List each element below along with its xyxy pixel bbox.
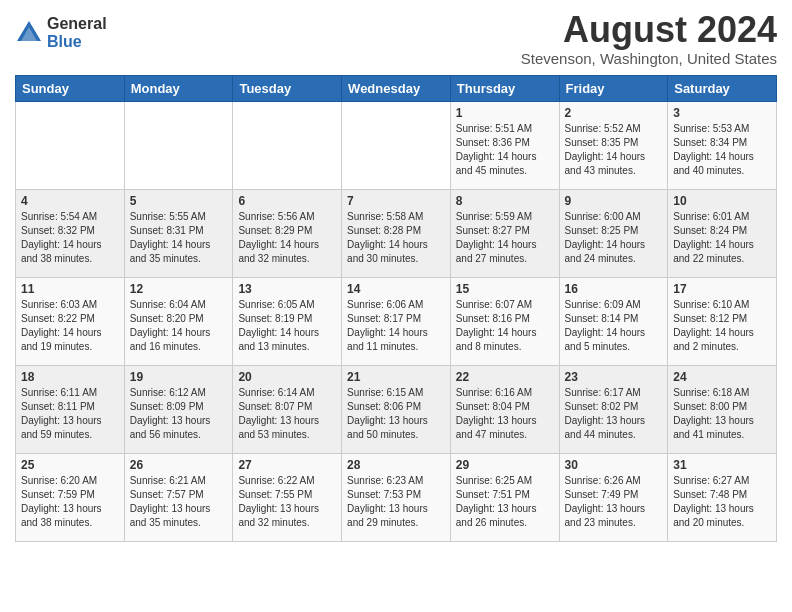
logo-text: General Blue [47,15,107,50]
calendar-cell: 5Sunrise: 5:55 AM Sunset: 8:31 PM Daylig… [124,189,233,277]
calendar-cell [233,101,342,189]
day-detail: Sunrise: 6:18 AM Sunset: 8:00 PM Dayligh… [673,386,771,442]
day-detail: Sunrise: 5:54 AM Sunset: 8:32 PM Dayligh… [21,210,119,266]
day-number: 21 [347,370,445,384]
day-detail: Sunrise: 6:05 AM Sunset: 8:19 PM Dayligh… [238,298,336,354]
calendar-cell: 11Sunrise: 6:03 AM Sunset: 8:22 PM Dayli… [16,277,125,365]
day-detail: Sunrise: 6:25 AM Sunset: 7:51 PM Dayligh… [456,474,554,530]
calendar-cell: 22Sunrise: 6:16 AM Sunset: 8:04 PM Dayli… [450,365,559,453]
day-detail: Sunrise: 6:00 AM Sunset: 8:25 PM Dayligh… [565,210,663,266]
weekday-header: Friday [559,75,668,101]
day-number: 7 [347,194,445,208]
weekday-header: Thursday [450,75,559,101]
calendar-cell [124,101,233,189]
calendar-cell: 3Sunrise: 5:53 AM Sunset: 8:34 PM Daylig… [668,101,777,189]
calendar-header-row: SundayMondayTuesdayWednesdayThursdayFrid… [16,75,777,101]
day-detail: Sunrise: 6:23 AM Sunset: 7:53 PM Dayligh… [347,474,445,530]
day-detail: Sunrise: 5:52 AM Sunset: 8:35 PM Dayligh… [565,122,663,178]
location-subtitle: Stevenson, Washington, United States [521,50,777,67]
day-number: 29 [456,458,554,472]
calendar-cell: 16Sunrise: 6:09 AM Sunset: 8:14 PM Dayli… [559,277,668,365]
day-detail: Sunrise: 6:27 AM Sunset: 7:48 PM Dayligh… [673,474,771,530]
calendar-cell: 14Sunrise: 6:06 AM Sunset: 8:17 PM Dayli… [342,277,451,365]
day-number: 9 [565,194,663,208]
calendar-week-row: 4Sunrise: 5:54 AM Sunset: 8:32 PM Daylig… [16,189,777,277]
day-detail: Sunrise: 6:14 AM Sunset: 8:07 PM Dayligh… [238,386,336,442]
day-number: 31 [673,458,771,472]
calendar-cell: 17Sunrise: 6:10 AM Sunset: 8:12 PM Dayli… [668,277,777,365]
day-number: 2 [565,106,663,120]
logo: General Blue [15,15,107,50]
calendar-cell: 4Sunrise: 5:54 AM Sunset: 8:32 PM Daylig… [16,189,125,277]
calendar-cell: 12Sunrise: 6:04 AM Sunset: 8:20 PM Dayli… [124,277,233,365]
day-number: 22 [456,370,554,384]
logo-general-text: General [47,15,107,33]
calendar-cell: 20Sunrise: 6:14 AM Sunset: 8:07 PM Dayli… [233,365,342,453]
day-number: 27 [238,458,336,472]
day-number: 13 [238,282,336,296]
day-number: 17 [673,282,771,296]
day-number: 19 [130,370,228,384]
day-detail: Sunrise: 6:15 AM Sunset: 8:06 PM Dayligh… [347,386,445,442]
calendar-cell: 23Sunrise: 6:17 AM Sunset: 8:02 PM Dayli… [559,365,668,453]
day-detail: Sunrise: 5:59 AM Sunset: 8:27 PM Dayligh… [456,210,554,266]
day-number: 14 [347,282,445,296]
day-detail: Sunrise: 6:26 AM Sunset: 7:49 PM Dayligh… [565,474,663,530]
calendar-cell: 24Sunrise: 6:18 AM Sunset: 8:00 PM Dayli… [668,365,777,453]
calendar-cell: 15Sunrise: 6:07 AM Sunset: 8:16 PM Dayli… [450,277,559,365]
calendar-week-row: 11Sunrise: 6:03 AM Sunset: 8:22 PM Dayli… [16,277,777,365]
day-number: 26 [130,458,228,472]
day-number: 30 [565,458,663,472]
calendar-cell: 27Sunrise: 6:22 AM Sunset: 7:55 PM Dayli… [233,453,342,541]
day-number: 12 [130,282,228,296]
day-detail: Sunrise: 5:55 AM Sunset: 8:31 PM Dayligh… [130,210,228,266]
calendar-week-row: 25Sunrise: 6:20 AM Sunset: 7:59 PM Dayli… [16,453,777,541]
day-detail: Sunrise: 6:17 AM Sunset: 8:02 PM Dayligh… [565,386,663,442]
weekday-header: Monday [124,75,233,101]
day-detail: Sunrise: 5:53 AM Sunset: 8:34 PM Dayligh… [673,122,771,178]
calendar-cell: 8Sunrise: 5:59 AM Sunset: 8:27 PM Daylig… [450,189,559,277]
calendar-cell: 19Sunrise: 6:12 AM Sunset: 8:09 PM Dayli… [124,365,233,453]
day-number: 11 [21,282,119,296]
day-detail: Sunrise: 6:01 AM Sunset: 8:24 PM Dayligh… [673,210,771,266]
day-number: 5 [130,194,228,208]
calendar-cell: 29Sunrise: 6:25 AM Sunset: 7:51 PM Dayli… [450,453,559,541]
day-number: 10 [673,194,771,208]
logo-icon [15,19,43,47]
day-detail: Sunrise: 5:56 AM Sunset: 8:29 PM Dayligh… [238,210,336,266]
calendar-cell: 13Sunrise: 6:05 AM Sunset: 8:19 PM Dayli… [233,277,342,365]
day-number: 20 [238,370,336,384]
day-detail: Sunrise: 6:07 AM Sunset: 8:16 PM Dayligh… [456,298,554,354]
day-number: 28 [347,458,445,472]
calendar-cell: 28Sunrise: 6:23 AM Sunset: 7:53 PM Dayli… [342,453,451,541]
calendar-table: SundayMondayTuesdayWednesdayThursdayFrid… [15,75,777,542]
weekday-header: Sunday [16,75,125,101]
day-number: 24 [673,370,771,384]
calendar-cell: 25Sunrise: 6:20 AM Sunset: 7:59 PM Dayli… [16,453,125,541]
day-detail: Sunrise: 6:04 AM Sunset: 8:20 PM Dayligh… [130,298,228,354]
day-number: 23 [565,370,663,384]
weekday-header: Wednesday [342,75,451,101]
calendar-cell [16,101,125,189]
day-number: 3 [673,106,771,120]
weekday-header: Saturday [668,75,777,101]
calendar-week-row: 18Sunrise: 6:11 AM Sunset: 8:11 PM Dayli… [16,365,777,453]
title-block: August 2024 Stevenson, Washington, Unite… [521,10,777,67]
day-detail: Sunrise: 5:51 AM Sunset: 8:36 PM Dayligh… [456,122,554,178]
day-detail: Sunrise: 6:12 AM Sunset: 8:09 PM Dayligh… [130,386,228,442]
calendar-cell: 6Sunrise: 5:56 AM Sunset: 8:29 PM Daylig… [233,189,342,277]
day-number: 25 [21,458,119,472]
page-header: General Blue August 2024 Stevenson, Wash… [15,10,777,67]
calendar-cell: 1Sunrise: 5:51 AM Sunset: 8:36 PM Daylig… [450,101,559,189]
calendar-cell: 18Sunrise: 6:11 AM Sunset: 8:11 PM Dayli… [16,365,125,453]
calendar-cell [342,101,451,189]
logo-blue-text: Blue [47,33,107,51]
day-detail: Sunrise: 6:09 AM Sunset: 8:14 PM Dayligh… [565,298,663,354]
day-number: 15 [456,282,554,296]
day-detail: Sunrise: 6:16 AM Sunset: 8:04 PM Dayligh… [456,386,554,442]
calendar-cell: 21Sunrise: 6:15 AM Sunset: 8:06 PM Dayli… [342,365,451,453]
day-detail: Sunrise: 6:10 AM Sunset: 8:12 PM Dayligh… [673,298,771,354]
day-detail: Sunrise: 6:06 AM Sunset: 8:17 PM Dayligh… [347,298,445,354]
calendar-cell: 2Sunrise: 5:52 AM Sunset: 8:35 PM Daylig… [559,101,668,189]
day-number: 4 [21,194,119,208]
